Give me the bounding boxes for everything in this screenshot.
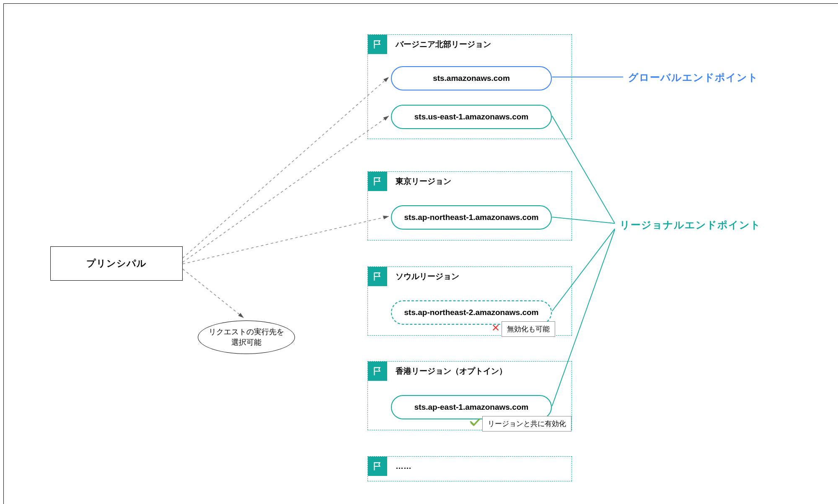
label-text: グローバルエンドポイント <box>628 72 758 83</box>
flag-icon <box>368 35 387 54</box>
tag-disable: 無効化も可能 <box>502 321 555 337</box>
endpoint-text: sts.amazonaws.com <box>433 74 510 83</box>
label-global-endpoint: グローバルエンドポイント <box>628 71 758 84</box>
check-icon <box>469 416 481 428</box>
endpoint-text: sts.ap-northeast-1.amazonaws.com <box>404 213 539 222</box>
flag-icon <box>368 457 387 476</box>
flag-icon <box>368 172 387 191</box>
region-title: ソウルリージョン <box>396 271 459 282</box>
region-title: 香港リージョン（オプトイン） <box>396 366 507 377</box>
endpoint-global: sts.amazonaws.com <box>391 66 552 90</box>
region-header: 東京リージョン <box>368 172 451 191</box>
region-header: ソウルリージョン <box>368 267 459 286</box>
tag-enable: リージョンと共に有効化 <box>482 416 572 432</box>
x-icon <box>491 323 500 332</box>
region-tokyo: 東京リージョン sts.ap-northeast-1.amazonaws.com <box>367 171 572 240</box>
region-title: …… <box>396 462 411 471</box>
note-ellipse: リクエストの実行先を選択可能 <box>198 320 295 354</box>
region-title: バージニア北部リージョン <box>396 39 491 50</box>
svg-line-3 <box>183 269 244 318</box>
endpoint-text: sts.ap-east-1.amazonaws.com <box>414 403 528 412</box>
svg-line-1 <box>183 116 389 262</box>
diagram-canvas: プリンシパル リクエストの実行先を選択可能 バージニア北部リージョン sts.a… <box>3 3 838 504</box>
endpoint-us-east-1: sts.us-east-1.amazonaws.com <box>391 105 552 129</box>
region-more: …… <box>367 456 572 481</box>
svg-line-2 <box>183 216 389 264</box>
label-text: リージョナルエンドポイント <box>620 219 761 230</box>
region-header: …… <box>368 457 411 476</box>
endpoint-text: sts.us-east-1.amazonaws.com <box>414 112 528 121</box>
tag-text: 無効化も可能 <box>507 325 550 333</box>
principal-label: プリンシパル <box>86 257 147 270</box>
note-text: リクエストの実行先を選択可能 <box>206 327 287 348</box>
flag-icon <box>368 362 387 381</box>
region-header: バージニア北部リージョン <box>368 35 491 54</box>
flag-icon <box>368 267 387 286</box>
endpoint-ap-northeast-1: sts.ap-northeast-1.amazonaws.com <box>391 205 552 230</box>
region-header: 香港リージョン（オプトイン） <box>368 362 507 381</box>
region-virginia: バージニア北部リージョン sts.amazonaws.com sts.us-ea… <box>367 34 572 139</box>
endpoint-text: sts.ap-northeast-2.amazonaws.com <box>404 308 539 317</box>
svg-line-0 <box>183 77 389 258</box>
label-regional-endpoint: リージョナルエンドポイント <box>620 218 761 232</box>
principal-node: プリンシパル <box>50 246 183 281</box>
region-title: 東京リージョン <box>396 176 451 187</box>
tag-text: リージョンと共に有効化 <box>488 420 566 428</box>
